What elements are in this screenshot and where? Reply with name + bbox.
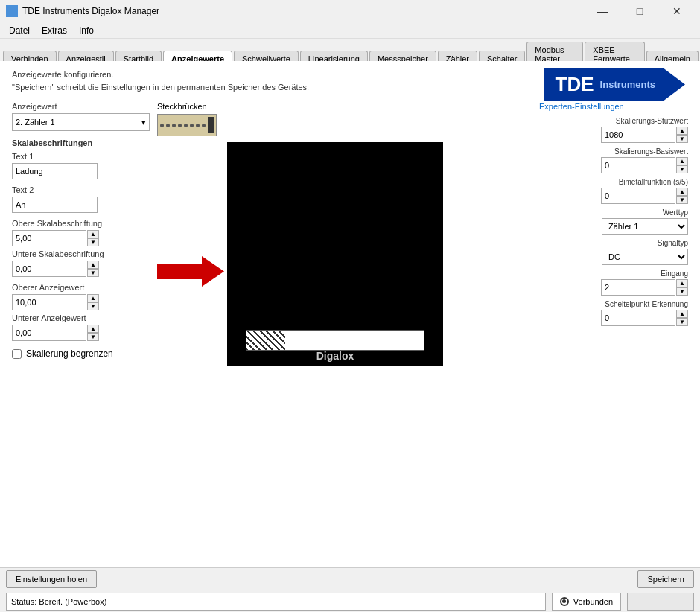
obere-skala-down[interactable]: ▼ [87,238,99,246]
oberer-anzeige-input[interactable] [12,294,86,310]
oberer-anzeige-label: Oberer Anzeigewert [12,283,150,292]
middle-panel: Steckbrücken [157,102,443,366]
stutzwert-down[interactable]: ▼ [676,135,688,143]
logo-instruments: Instruments [600,79,655,90]
main-area: Anzeigewerte konfigurieren. "Speichern" … [0,61,700,567]
logo: TDE Instruments [544,68,685,101]
scheitelpunkt-label: Scheitelpunkt-Erkennung [539,300,688,308]
connected-label: Verbunden [573,597,613,606]
eingang-down[interactable]: ▼ [676,287,688,296]
basiswert-input[interactable] [601,157,675,173]
text2-label: Text 2 [12,185,150,194]
status-bar: Status: Bereit. (Powerbox) Verbunden [0,590,700,612]
text2-input[interactable] [12,197,98,213]
bimetall-label: Bimetallfunktion (s/5) [539,178,688,186]
bimetall-down[interactable]: ▼ [676,196,688,204]
bottom-action-bar: Einstellungen holen Speichern [0,567,700,590]
display: 5 3.75 2.5 1.25 0 [227,142,443,366]
logo-area: TDE Instruments [544,68,685,101]
anzeigewert-select[interactable]: 2. Zähler 1 ▾ [12,113,150,131]
bar-chart [246,275,255,325]
scale-25: 2.5 [276,213,285,220]
scale-5: 5 [281,151,285,158]
menu-extras[interactable]: Extras [36,24,73,37]
connector-block [208,117,214,133]
speichern-button[interactable]: Speichern [637,570,694,588]
menu-info[interactable]: Info [73,24,100,37]
werttyp-select[interactable]: Zähler 1 Zähler 2 Messwert [602,218,688,235]
right-panel: Experten-Einstellungen Skalierungs-Stütz… [539,102,688,366]
logo-tde: TDE [556,73,594,96]
unterer-anzeige-up[interactable]: ▲ [87,325,99,333]
content-row: Anzeigewert 2. Zähler 1 ▾ Skalabeschrift… [12,102,688,366]
stutzwert-input[interactable] [601,127,675,143]
stutzwert-up[interactable]: ▲ [676,127,688,135]
skalabeschriftungen-title: Skalabeschriftungen [12,138,150,147]
display-scale: 5 3.75 2.5 1.25 0 [246,151,287,281]
title-bar: TDE Instruments Digalox Manager — □ ✕ [0,0,700,22]
obere-skala-label: Obere Skalabeschriftung [12,219,150,228]
minimize-button[interactable]: — [585,0,620,22]
arrow-wrapper [157,255,224,290]
eingang-input[interactable] [601,279,675,296]
radio-inner [562,599,566,603]
unterer-anzeige-down[interactable]: ▼ [87,333,99,341]
untere-skala-label: Untere Skalabeschriftung [12,249,150,258]
obere-skala-input[interactable] [12,230,86,246]
signaltyp-select[interactable]: DC AC [602,249,688,265]
close-button[interactable]: ✕ [660,0,694,22]
scheitelpunkt-input[interactable] [601,310,675,326]
window-title: TDE Instruments Digalox Manager [22,6,585,16]
scheitelpunkt-down[interactable]: ▼ [676,318,688,326]
skalierung-checkbox[interactable] [12,349,22,359]
connected-radio-icon [560,597,569,606]
steckbrucken-label: Steckbrücken [157,102,443,111]
obere-skala-up[interactable]: ▲ [87,230,99,238]
display-title-line1: Ladung [287,151,346,170]
werttyp-label: Werttyp [539,208,688,217]
basiswert-up[interactable]: ▲ [676,157,688,165]
menu-datei[interactable]: Datei [3,24,36,37]
maximize-button[interactable]: □ [623,0,657,22]
status-right-area [627,593,694,611]
unterer-anzeige-input[interactable] [12,325,86,341]
untere-skala-input[interactable] [12,261,86,277]
svg-marker-0 [157,256,224,287]
dropdown-arrow: ▾ [141,118,146,127]
stutzwert-label: Skalierungs-Stützwert [539,117,688,125]
bimetall-input[interactable] [601,188,675,204]
bimetall-field: Bimetallfunktion (s/5) ▲ ▼ [539,178,688,204]
scheitelpunkt-field: Scheitelpunkt-Erkennung ▲ ▼ [539,300,688,326]
stutzwert-field: Skalierungs-Stützwert ▲ ▼ [539,117,688,143]
status-field: Status: Bereit. (Powerbox) [6,593,546,611]
red-arrow-icon [157,255,224,288]
untere-skala-down[interactable]: ▼ [87,269,99,277]
oberer-anzeige-up[interactable]: ▲ [87,294,99,302]
spacer [443,102,539,366]
untere-skala-up[interactable]: ▲ [87,261,99,269]
skalierung-label: Skalierung begrenzen [26,348,113,359]
scale-0: 0 [281,275,285,281]
eingang-field: Eingang ▲ ▼ [539,270,688,296]
basiswert-down[interactable]: ▼ [676,165,688,173]
basiswert-field: Skalierungs-Basiswert ▲ ▼ [539,147,688,173]
display-progress-bar [246,330,424,351]
steckbrucken-connector [157,114,217,136]
bimetall-up[interactable]: ▲ [676,188,688,196]
display-name: Digalox [316,350,354,362]
connector-grid [160,124,206,127]
oberer-anzeige-down[interactable]: ▼ [87,302,99,310]
skalierung-row: Skalierung begrenzen [12,348,150,359]
text1-label: Text 1 [12,152,150,161]
einstellungen-button[interactable]: Einstellungen holen [6,570,97,588]
signaltyp-label: Signaltyp [539,239,688,247]
progress-fill [246,331,285,350]
steckbrucken-area: Steckbrücken [157,102,443,136]
eingang-up[interactable]: ▲ [676,279,688,287]
scheitelpunkt-up[interactable]: ▲ [676,310,688,318]
left-panel: Anzeigewert 2. Zähler 1 ▾ Skalabeschrift… [12,102,150,366]
eingang-label: Eingang [539,270,688,278]
anzeigewert-value: 2. Zähler 1 [16,118,55,127]
text1-input[interactable] [12,163,98,179]
app-icon [6,5,18,17]
